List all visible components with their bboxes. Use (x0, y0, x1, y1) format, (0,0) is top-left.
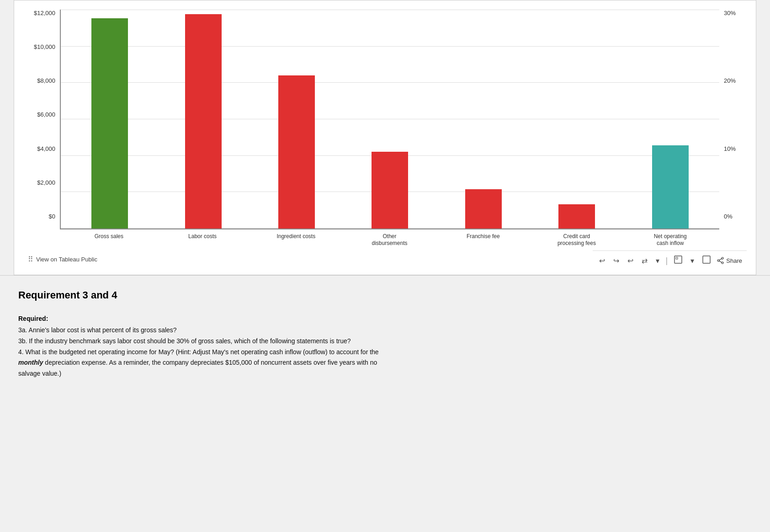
bar-group-franchise-fee (444, 10, 523, 229)
y-tick-0: $0 (49, 213, 55, 220)
bars-container (61, 10, 719, 229)
req-line-2: 3b. If the industry benchmark says labor… (18, 336, 752, 347)
bar-franchise-fee (465, 189, 502, 229)
chart-area: $12,000 $10,000 $8,000 $6,000 $4,000 $2,… (23, 10, 747, 247)
bar-group-net-operating (631, 10, 710, 229)
x-labels: Gross sales Labor costs Ingredient costs… (60, 229, 719, 247)
chart-section: $12,000 $10,000 $8,000 $6,000 $4,000 $2,… (14, 0, 756, 275)
required-label: Required: (18, 315, 752, 322)
view-tableau-label: View on Tableau Public (36, 256, 97, 263)
y-right-tick-20: 20% (724, 77, 736, 84)
req-line-1: 3a. Annie's labor cost is what percent o… (18, 325, 752, 336)
text-section: Requirement 3 and 4 Required: 3a. Annie'… (0, 276, 770, 388)
chart-inner: Gross sales Labor costs Ingredient costs… (60, 10, 719, 247)
chart-footer: ⠿ View on Tableau Public ↩ ↪ ↩ ⇄ ▾ | ▾ (23, 248, 747, 270)
requirement-text: 3a. Annie's labor cost is what percent o… (18, 325, 752, 379)
bar-group-other-disbursements (350, 10, 430, 229)
share-button[interactable]: Share (717, 257, 742, 264)
svg-point-5 (722, 262, 723, 264)
y-right-tick-30: 30% (724, 10, 736, 16)
x-label-ingredient-costs: Ingredient costs (256, 233, 336, 247)
window-button[interactable] (672, 255, 684, 266)
bar-net-operating (652, 145, 689, 229)
tableau-icon: ⠿ (28, 255, 33, 264)
redo-button[interactable]: ↪ (611, 255, 621, 266)
bar-credit-card (558, 204, 595, 229)
y-tick-10000: $10,000 (34, 43, 55, 50)
x-label-franchise-fee: Franchise fee (443, 233, 523, 247)
req-line-4-rest: depreciation expense. As a reminder, the… (43, 359, 377, 366)
bar-gross-sales (91, 18, 128, 229)
y-axis-left: $12,000 $10,000 $8,000 $6,000 $4,000 $2,… (23, 10, 60, 247)
undo2-button[interactable]: ↩ (626, 255, 635, 266)
swap-button[interactable]: ⇄ (640, 255, 649, 266)
y-axis-right: 30% 20% 10% 0% (719, 10, 747, 247)
svg-rect-2 (703, 256, 710, 263)
bar-group-credit-card (537, 10, 616, 229)
dropdown-button[interactable]: ▾ (654, 255, 661, 266)
share-label: Share (726, 257, 742, 264)
bar-other-disbursements (372, 152, 408, 229)
req-line-4: monthly depreciation expense. As a remin… (18, 357, 752, 368)
grid-and-bars (60, 10, 719, 229)
x-label-gross-sales: Gross sales (69, 233, 149, 247)
bar-group-gross-sales (70, 10, 149, 229)
svg-line-7 (719, 261, 722, 262)
chart-toolbar: ↩ ↪ ↩ ⇄ ▾ | ▾ (593, 250, 747, 270)
x-label-labor-costs: Labor costs (163, 233, 243, 247)
bar-ingredient-costs (278, 75, 315, 229)
bar-group-labor-costs (163, 10, 243, 229)
bar-labor-costs (185, 14, 222, 229)
page-container: $12,000 $10,000 $8,000 $6,000 $4,000 $2,… (0, 0, 770, 532)
req-line-4-italic: monthly (18, 359, 43, 366)
y-right-tick-10: 10% (724, 145, 736, 152)
undo-button[interactable]: ↩ (597, 255, 607, 266)
svg-point-4 (717, 260, 719, 261)
x-label-net-operating: Net operatingcash inflow (630, 233, 710, 247)
x-label-credit-card: Credit cardprocessing fees (537, 233, 617, 247)
dropdown2-button[interactable]: ▾ (689, 255, 696, 266)
req-line-3: 4. What is the budgeted net operating in… (18, 347, 752, 358)
req-line-5: salvage value.) (18, 368, 752, 379)
x-label-other-disbursements: Otherdisbursements (350, 233, 430, 247)
y-tick-6000: $6,000 (37, 111, 55, 118)
view-tableau-link[interactable]: ⠿ View on Tableau Public (23, 251, 102, 267)
y-tick-12000: $12,000 (34, 10, 55, 16)
y-tick-4000: $4,000 (37, 145, 55, 152)
svg-rect-0 (674, 256, 682, 263)
y-tick-8000: $8,000 (37, 77, 55, 84)
requirement-heading: Requirement 3 and 4 (18, 289, 752, 301)
bar-group-ingredient-costs (257, 10, 336, 229)
svg-point-3 (722, 257, 723, 259)
svg-line-6 (719, 259, 722, 260)
y-tick-2000: $2,000 (37, 179, 55, 186)
toolbar-separator: | (666, 256, 668, 266)
fullscreen-button[interactable] (701, 255, 712, 266)
y-right-tick-0: 0% (724, 213, 733, 220)
svg-rect-1 (676, 257, 678, 259)
